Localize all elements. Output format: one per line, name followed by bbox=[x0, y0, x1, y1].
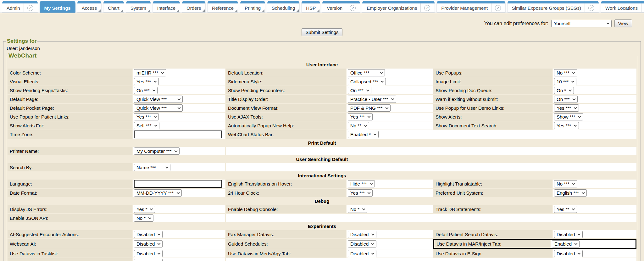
preferred-unit-system-select[interactable]: English *** bbox=[554, 189, 587, 197]
tab-icon-area[interactable]: ↗ bbox=[346, 3, 356, 12]
select-value: Office *** bbox=[350, 70, 369, 75]
tab-accent-bar bbox=[40, 1, 75, 3]
tab-similar-exposure-groups-segs[interactable]: Similar Exposure Groups (SEGs)↗ bbox=[507, 1, 599, 13]
english-translations-on-hover-select[interactable]: Hide *** bbox=[348, 180, 375, 187]
tab-work-locations[interactable]: Work Locations↗ bbox=[601, 1, 644, 13]
select-value: MM-DD-YYYY *** bbox=[136, 190, 174, 196]
use-datavis-in-e-sign-label: Use Datavis in E-Sign: bbox=[433, 249, 552, 258]
track-db-statements-select[interactable]: Yes ** bbox=[554, 206, 577, 213]
image-limit-label: Image Limit: bbox=[433, 77, 552, 86]
select-value: Disabled bbox=[557, 251, 575, 256]
date-format-select[interactable]: MM-DD-YYYY *** bbox=[134, 189, 182, 197]
webscan-ai-select[interactable]: Disabled bbox=[134, 240, 163, 247]
tab-reference[interactable]: Reference bbox=[207, 1, 238, 13]
settings-table: User InterfaceColor Scheme:miEHR ***Defa… bbox=[8, 61, 636, 261]
visual-effects-select[interactable]: Yes *** bbox=[134, 78, 159, 85]
use-legacy-report-page-select[interactable]: Disabled bbox=[134, 259, 163, 261]
printer-name-select[interactable]: My Computer *** bbox=[134, 147, 180, 155]
tab-chart[interactable]: Chart bbox=[103, 1, 124, 13]
color-scheme-select[interactable]: miEHR *** bbox=[134, 69, 166, 76]
external-link-icon: ↗ bbox=[350, 5, 356, 11]
24-hour-clock-label: 24 Hour Clock: bbox=[226, 189, 346, 197]
chevron-down-icon bbox=[380, 71, 383, 74]
tab-icon-area[interactable]: ↗ bbox=[24, 3, 33, 12]
use-popups-select[interactable]: No *** bbox=[554, 69, 577, 76]
warn-if-exiting-without-submit-select[interactable]: On *** bbox=[554, 96, 578, 103]
use-datavis-in-meds-agy-tab-select[interactable]: Disabled bbox=[348, 250, 376, 257]
view-button[interactable]: View bbox=[614, 19, 632, 27]
use-popup-for-patient-links-select[interactable]: Yes *** bbox=[134, 113, 159, 120]
tab-interface[interactable]: Interface bbox=[153, 1, 180, 13]
sidemenu-style-select[interactable]: Collapsed *** bbox=[348, 78, 386, 85]
tab-employer-organizations[interactable]: Employer Organizations↗ bbox=[362, 1, 435, 13]
default-location-select[interactable]: Office *** bbox=[348, 69, 385, 76]
show-alerts-value-cell: Show *** bbox=[553, 113, 636, 121]
tab-version[interactable]: Version↗ bbox=[322, 1, 360, 13]
document-view-format-select[interactable]: PDF & PNG *** bbox=[348, 104, 391, 112]
tab-icon-area[interactable]: ↗ bbox=[585, 3, 594, 12]
show-pending-encounters-select[interactable]: On *** bbox=[348, 87, 371, 94]
use-datavis-in-mar-inject-tab-select[interactable]: Enabled bbox=[552, 240, 580, 247]
english-translations-on-hover-label: English Translations on Hover: bbox=[226, 180, 346, 188]
show-pending-encounters-label: Show Pending Encounters: bbox=[226, 86, 346, 94]
english-translations-on-hover-value-cell: Hide *** bbox=[347, 180, 433, 188]
title-display-order-select[interactable]: Practice - User *** bbox=[348, 96, 396, 103]
fax-manager-datavis-select[interactable]: Disabled bbox=[348, 231, 376, 238]
use-popup-for-user-demo-links-select[interactable]: Yes *** bbox=[554, 104, 579, 112]
use-datavis-in-e-sign-select[interactable]: Disabled bbox=[554, 250, 583, 257]
tab-orders[interactable]: Orders bbox=[182, 1, 206, 13]
tab-accent-bar bbox=[208, 1, 238, 3]
search-by-select[interactable]: Name *** bbox=[134, 164, 170, 171]
image-limit-select[interactable]: 10 *** bbox=[554, 78, 576, 85]
tab-access[interactable]: Access bbox=[77, 1, 102, 13]
tab-icon-area[interactable]: ↗ bbox=[420, 3, 430, 12]
tab-icon-area[interactable]: ↗ bbox=[641, 3, 644, 12]
select-value: No * bbox=[136, 215, 146, 221]
select-value: My Computer *** bbox=[136, 148, 172, 154]
default-page-select[interactable]: Quick View *** bbox=[134, 96, 183, 103]
detail-patient-search-datavis-select[interactable]: Disabled bbox=[554, 231, 583, 238]
highlight-translatable-select[interactable]: No *** bbox=[554, 180, 577, 187]
show-document-text-search-select[interactable]: Yes *** bbox=[554, 122, 579, 129]
chevron-down-icon bbox=[165, 165, 169, 169]
language-input[interactable] bbox=[134, 180, 222, 188]
submit-settings-button[interactable]: Submit Settings bbox=[302, 28, 342, 36]
chevron-down-icon bbox=[366, 88, 369, 92]
show-alerts-select[interactable]: Show *** bbox=[554, 113, 583, 120]
tab-accent-bar bbox=[322, 1, 360, 3]
section-header-international-settings: International Settings bbox=[8, 172, 636, 179]
use-ajax-tools-select[interactable]: Yes *** bbox=[348, 113, 373, 120]
chevron-down-icon bbox=[174, 149, 177, 152]
automatically-popup-new-help-select[interactable]: No ** bbox=[348, 122, 369, 129]
tab-body: Similar Exposure Groups (SEGs)↗ bbox=[508, 3, 599, 12]
preferences-select[interactable]: Yourself bbox=[551, 20, 612, 27]
enable-debug-console-select[interactable]: No * bbox=[348, 206, 367, 213]
chevron-down-icon bbox=[158, 232, 161, 236]
tab-icon-area[interactable]: ↗ bbox=[491, 3, 501, 12]
ai-suggested-encounter-actions-select[interactable]: Disabled bbox=[134, 231, 163, 238]
tab-printing[interactable]: Printing bbox=[240, 1, 265, 13]
show-pending-esign-tasks-select[interactable]: On *** bbox=[134, 87, 158, 94]
fax-manager-datavis-value-cell: Disabled bbox=[347, 230, 433, 238]
display-js-errors-select[interactable]: Yes * bbox=[134, 206, 155, 213]
enable-json-api-select[interactable]: No * bbox=[134, 214, 153, 222]
show-pending-doc-queue-select[interactable]: On * bbox=[554, 87, 574, 94]
tab-system[interactable]: System bbox=[126, 1, 151, 13]
section-header-debug: Debug bbox=[8, 197, 636, 204]
chevron-down-icon bbox=[369, 182, 373, 185]
show-alerts-for-select[interactable]: Self *** bbox=[134, 122, 159, 129]
24-hour-clock-select[interactable]: Yes *** bbox=[348, 189, 373, 197]
tab-scheduling[interactable]: Scheduling bbox=[267, 1, 300, 13]
webchart-status-bar-select[interactable]: Enabled * bbox=[348, 131, 379, 138]
tab-admin[interactable]: Admin↗ bbox=[2, 1, 38, 13]
tab-my-settings[interactable]: My Settings bbox=[40, 1, 75, 13]
select-value: Disabled bbox=[350, 251, 369, 256]
time-zone-input[interactable] bbox=[134, 130, 222, 138]
default-pocket-page-select[interactable]: Quick View *** bbox=[134, 104, 183, 112]
tab-body: Employer Organizations↗ bbox=[362, 3, 435, 12]
guided-schedules-select[interactable]: Disabled bbox=[348, 240, 376, 247]
tab-provider-management[interactable]: Provider Management↗ bbox=[436, 1, 506, 13]
tab-hsp[interactable]: HSP bbox=[301, 1, 320, 13]
use-datavis-in-tasklist-select[interactable]: Disabled bbox=[134, 250, 163, 257]
enable-json-api-value-cell: No * bbox=[133, 214, 225, 222]
